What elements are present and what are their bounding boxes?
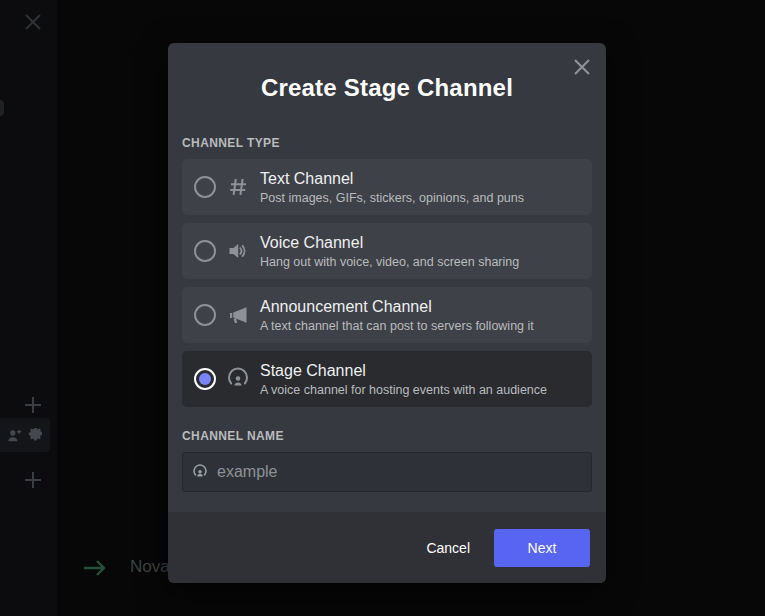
radio-selected[interactable] xyxy=(194,368,216,390)
tooltip-panel-dimmed xyxy=(0,418,50,452)
option-description: Hang out with voice, video, and screen s… xyxy=(260,254,519,270)
radio-unselected[interactable] xyxy=(194,176,216,198)
server-name-text: Nova xyxy=(130,557,170,577)
channel-type-label: CHANNEL TYPE xyxy=(182,136,592,150)
next-button[interactable]: Next xyxy=(494,529,590,567)
radio-unselected[interactable] xyxy=(194,240,216,262)
settings-gear-icon xyxy=(28,428,43,443)
radio-unselected[interactable] xyxy=(194,304,216,326)
create-stage-channel-modal: Create Stage Channel CHANNEL TYPE Text C… xyxy=(168,43,606,583)
option-title: Voice Channel xyxy=(260,233,519,253)
option-description: A text channel that can post to servers … xyxy=(260,318,534,334)
invite-person-icon xyxy=(7,428,22,443)
explore-plus-icon xyxy=(23,470,43,490)
megaphone-icon xyxy=(226,303,250,327)
option-title: Announcement Channel xyxy=(260,297,534,317)
modal-title: Create Stage Channel xyxy=(168,74,606,102)
modal-footer: Cancel Next xyxy=(168,512,606,583)
option-voice-channel[interactable]: Voice Channel Hang out with voice, video… xyxy=(182,223,592,279)
stage-icon xyxy=(226,367,250,391)
channel-name-input[interactable] xyxy=(182,452,592,492)
speaker-icon xyxy=(226,239,250,263)
green-arrow-icon xyxy=(82,558,108,578)
channel-name-label: CHANNEL NAME xyxy=(182,429,592,443)
option-description: A voice channel for hosting events with … xyxy=(260,382,547,398)
close-icon[interactable] xyxy=(571,56,593,78)
option-announcement-channel[interactable]: Announcement Channel A text channel that… xyxy=(182,287,592,343)
option-title: Text Channel xyxy=(260,169,524,189)
close-icon xyxy=(24,13,42,31)
cancel-button[interactable]: Cancel xyxy=(402,538,494,558)
option-text-channel[interactable]: Text Channel Post images, GIFs, stickers… xyxy=(182,159,592,215)
add-server-plus-icon xyxy=(23,395,43,415)
server-rail-dimmed xyxy=(0,0,57,616)
option-title: Stage Channel xyxy=(260,361,547,381)
hash-icon xyxy=(226,175,250,199)
channel-name-field-wrap xyxy=(182,452,592,492)
modal-body: CHANNEL TYPE Text Channel Post images, G… xyxy=(168,136,606,492)
option-stage-channel[interactable]: Stage Channel A voice channel for hostin… xyxy=(182,351,592,407)
option-description: Post images, GIFs, stickers, opinions, a… xyxy=(260,190,524,206)
app-window: Nova Create Stage Channel CHANNEL TYPE T… xyxy=(0,0,765,616)
server-indicator-pill xyxy=(0,100,4,116)
